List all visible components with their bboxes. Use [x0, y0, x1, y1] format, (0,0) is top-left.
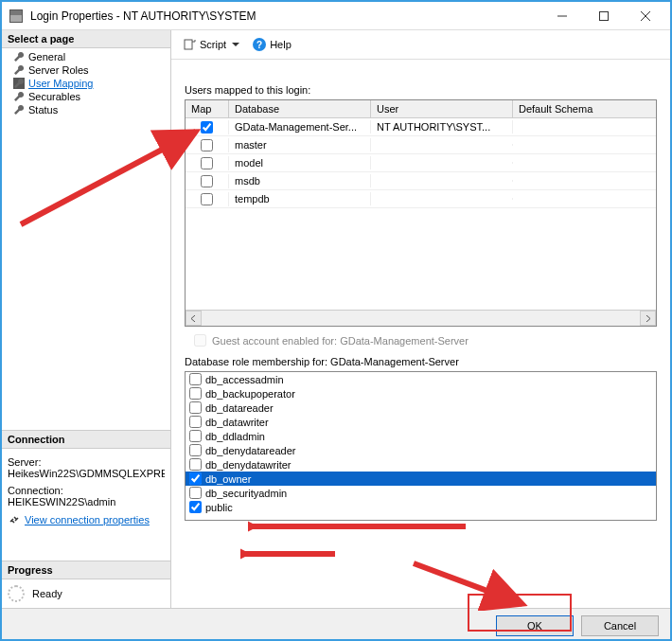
users-mapped-label: Users mapped to this login: [185, 84, 657, 96]
cell-database: GData-Management-Ser... [229, 120, 371, 134]
col-header-map[interactable]: Map [186, 100, 229, 117]
svg-rect-1 [600, 11, 609, 20]
role-checkbox[interactable] [189, 416, 202, 428]
chevron-down-icon [232, 43, 239, 46]
role-checkbox[interactable] [189, 458, 202, 471]
sidebar-item-status[interactable]: Status [2, 103, 170, 116]
role-label: db_securityadmin [205, 488, 287, 499]
role-checkbox[interactable] [189, 501, 202, 513]
role-checkbox[interactable] [189, 444, 202, 456]
cell-user: NT AUTHORITY\SYST... [371, 120, 513, 134]
role-label: db_accessadmin [205, 374, 284, 385]
map-checkbox[interactable] [201, 121, 213, 134]
cell-schema [513, 144, 656, 146]
close-button[interactable] [625, 3, 666, 29]
minimize-button[interactable] [541, 3, 583, 29]
roles-label: Database role membership for: GData-Mana… [185, 356, 657, 367]
table-hscroll[interactable] [186, 310, 656, 326]
cell-user [371, 180, 513, 182]
role-item-db_backupoperator[interactable]: db_backupoperator [186, 386, 656, 401]
scroll-right-button[interactable] [640, 311, 656, 326]
sidebar-item-user-mapping[interactable]: User Mapping [2, 77, 170, 90]
role-checkbox[interactable] [189, 430, 202, 442]
role-item-db_accessadmin[interactable]: db_accessadmin [186, 372, 656, 386]
role-label: db_denydatareader [205, 445, 295, 456]
connection-value: HEIKESWIN22S\admin [8, 496, 165, 507]
role-checkbox[interactable] [189, 387, 202, 400]
role-checkbox[interactable] [189, 373, 202, 385]
table-row[interactable]: master [186, 136, 656, 154]
cell-user [371, 144, 513, 146]
main-panel: Script ? Help Users mapped to this login… [171, 30, 670, 608]
svg-rect-4 [185, 40, 192, 49]
role-label: db_ddladmin [205, 431, 265, 442]
dialog-footer: OK Cancel [2, 608, 670, 641]
cell-schema [513, 162, 656, 164]
cell-user [371, 162, 513, 164]
connection-header: Connection [2, 430, 170, 449]
role-item-db_denydatareader[interactable]: db_denydatareader [186, 443, 656, 457]
table-row[interactable]: tempdb [186, 190, 656, 208]
role-label: db_datareader [205, 402, 274, 414]
role-item-db_datawriter[interactable]: db_datawriter [186, 415, 656, 429]
table-row[interactable]: msdb [186, 172, 656, 190]
cancel-button[interactable]: Cancel [581, 615, 659, 636]
table-row[interactable]: GData-Management-Ser...NT AUTHORITY\SYST… [186, 118, 656, 136]
map-checkbox[interactable] [201, 193, 213, 205]
cell-database: msdb [229, 174, 371, 187]
users-table: Map Database User Default Schema GData-M… [185, 99, 657, 327]
map-checkbox[interactable] [201, 175, 213, 187]
window-title: Login Properties - NT AUTHORITY\SYSTEM [30, 9, 541, 23]
role-label: db_owner [205, 473, 251, 485]
script-icon [183, 38, 196, 51]
wrench-icon [13, 51, 25, 62]
help-button[interactable]: ? Help [249, 36, 295, 53]
col-header-schema[interactable]: Default Schema [513, 100, 656, 117]
map-checkbox[interactable] [201, 139, 213, 151]
cell-database: tempdb [229, 192, 371, 205]
col-header-database[interactable]: Database [229, 100, 371, 117]
role-checkbox[interactable] [189, 472, 202, 485]
ok-button[interactable]: OK [496, 615, 574, 636]
title-bar: Login Properties - NT AUTHORITY\SYSTEM [2, 2, 670, 30]
sidebar-item-securables[interactable]: Securables [2, 90, 170, 103]
progress-status: Ready [32, 588, 62, 599]
toolbar: Script ? Help [171, 30, 670, 60]
cell-schema [513, 180, 656, 182]
scroll-left-button[interactable] [186, 311, 202, 326]
role-checkbox[interactable] [189, 487, 202, 499]
progress-header: Progress [2, 561, 170, 579]
help-label: Help [270, 39, 292, 50]
role-checkbox[interactable] [189, 401, 202, 414]
script-button[interactable]: Script [179, 36, 243, 53]
sidebar-item-general[interactable]: General [2, 50, 170, 63]
role-item-db_owner[interactable]: db_owner [186, 472, 656, 486]
role-item-db_denydatawriter[interactable]: db_denydatawriter [186, 457, 656, 472]
role-item-public[interactable]: public [186, 500, 656, 514]
help-icon: ? [253, 38, 266, 51]
script-label: Script [200, 39, 226, 50]
view-connection-properties-link[interactable]: View connection properties [25, 514, 150, 525]
progress-spinner-icon [8, 585, 25, 602]
role-label: db_backupoperator [205, 388, 295, 400]
wrench-icon [13, 64, 25, 76]
role-item-db_securityadmin[interactable]: db_securityadmin [186, 486, 656, 500]
server-value: HeikesWin22S\GDMMSQLEXPRESS [8, 468, 165, 479]
maximize-button[interactable] [583, 3, 625, 29]
role-item-db_ddladmin[interactable]: db_ddladmin [186, 429, 656, 443]
roles-list: db_accessadmindb_backupoperatordb_datare… [185, 371, 657, 521]
connection-icon [8, 513, 21, 526]
col-header-user[interactable]: User [371, 100, 513, 117]
cell-database: master [229, 138, 371, 151]
map-checkbox[interactable] [201, 157, 213, 169]
table-row[interactable]: model [186, 154, 656, 172]
sidebar-item-server-roles[interactable]: Server Roles [2, 63, 170, 77]
sidebar: Select a page GeneralServer RolesUser Ma… [2, 30, 171, 608]
cell-database: model [229, 156, 371, 169]
sidebar-item-label: User Mapping [28, 78, 93, 89]
cell-schema [513, 126, 656, 128]
role-label: db_denydatawriter [205, 459, 292, 471]
role-item-db_datareader[interactable]: db_datareader [186, 401, 656, 415]
guest-account-label: Guest account enabled for: GData-Managem… [212, 335, 469, 347]
sidebar-item-label: Server Roles [28, 64, 89, 76]
